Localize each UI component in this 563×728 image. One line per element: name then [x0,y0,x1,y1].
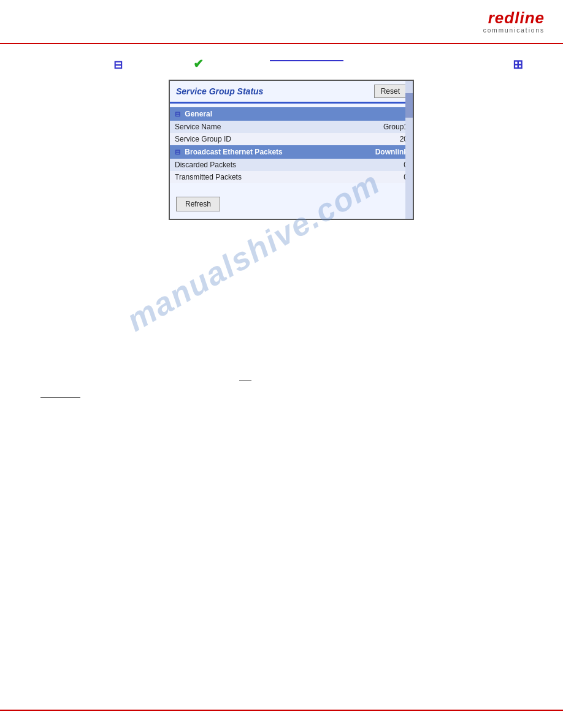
service-group-id-label: Service Group ID [170,133,348,145]
underline-decoration-2 [40,397,80,398]
icon-row: ⊟ ✔ ⊞ [37,55,526,74]
section-collapse-icon-2[interactable]: ⊟ [175,148,180,156]
dialog-box: Service Group Status Reset ⊟ General [169,80,414,220]
section-header-general: ⊟ General [170,107,413,121]
service-name-label: Service Name [170,121,348,133]
transmitted-packets-value: 0 [348,171,413,183]
table-row: Discarded Packets 0 [170,159,413,171]
service-name-value: Group1 [348,121,413,133]
underline-decoration-1 [239,380,251,381]
check-icon: ✔ [193,56,204,71]
dialog-wrapper: Service Group Status Reset ⊟ General [37,80,526,220]
header: redline communications [0,0,563,44]
refresh-button[interactable]: Refresh [176,197,220,211]
table-row: Transmitted Packets 0 [170,171,413,183]
logo-communications: communications [483,27,545,34]
logo-area: redline communications [483,10,545,34]
discarded-packets-label: Discarded Packets [170,159,348,171]
footer-bar [0,710,563,728]
table-row: Service Name Group1 [170,121,413,133]
discarded-packets-value: 0 [348,159,413,171]
minus-icon[interactable]: ⊟ [113,58,123,72]
dialog-table: ⊟ General Service Name Group1 Service Gr… [170,107,413,183]
underline-link [270,60,343,61]
section-collapse-icon[interactable]: ⊟ [175,110,180,118]
logo-redline: redline [488,10,545,26]
dialog-scrollbar[interactable] [405,81,413,219]
section-broadcast-badge: Downlink [348,145,413,159]
service-group-id-value: 20 [348,133,413,145]
section-header-broadcast: ⊟ Broadcast Ethernet Packets Downlink [170,145,413,159]
section-broadcast-label: Broadcast Ethernet Packets [185,148,282,156]
content-area: ⊟ ✔ ⊞ Service Group Status Reset [37,55,526,220]
reset-button[interactable]: Reset [374,85,407,98]
dialog-footer: Refresh [170,191,413,219]
section-general-label: General [185,110,212,118]
table-row: Service Group ID 20 [170,133,413,145]
scrollbar-thumb [405,93,413,118]
dialog-header: Service Group Status Reset [170,81,413,102]
dialog-title: Service Group Status [176,86,263,96]
plus-icon[interactable]: ⊞ [513,57,523,72]
transmitted-packets-label: Transmitted Packets [170,171,348,183]
